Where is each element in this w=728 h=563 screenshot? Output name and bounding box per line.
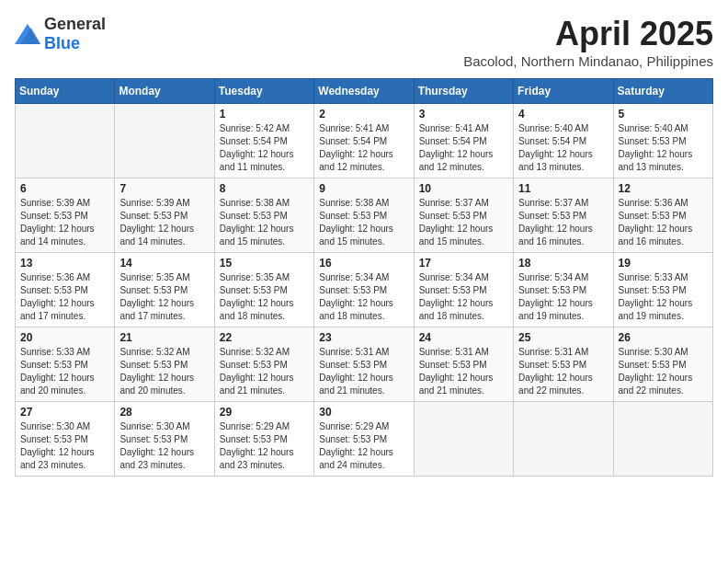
calendar-day-cell: 17Sunrise: 5:34 AM Sunset: 5:53 PM Dayli… xyxy=(414,253,513,327)
day-info: Sunrise: 5:39 AM Sunset: 5:53 PM Dayligh… xyxy=(119,197,209,248)
day-number: 30 xyxy=(319,406,408,419)
day-number: 29 xyxy=(220,406,309,419)
day-number: 1 xyxy=(220,108,309,121)
day-of-week-header: Thursday xyxy=(414,79,513,104)
calendar-day-cell xyxy=(115,104,214,178)
day-info: Sunrise: 5:37 AM Sunset: 5:53 PM Dayligh… xyxy=(419,197,508,248)
day-info: Sunrise: 5:39 AM Sunset: 5:53 PM Dayligh… xyxy=(20,197,109,248)
month-title: April 2025 xyxy=(463,15,713,53)
day-info: Sunrise: 5:37 AM Sunset: 5:53 PM Dayligh… xyxy=(518,197,608,248)
calendar-day-cell: 8Sunrise: 5:38 AM Sunset: 5:53 PM Daylig… xyxy=(214,178,313,253)
calendar-day-cell: 14Sunrise: 5:35 AM Sunset: 5:53 PM Dayli… xyxy=(115,253,214,327)
day-info: Sunrise: 5:35 AM Sunset: 5:53 PM Dayligh… xyxy=(119,271,209,323)
day-info: Sunrise: 5:33 AM Sunset: 5:53 PM Dayligh… xyxy=(619,271,708,323)
logo: General Blue xyxy=(15,15,106,53)
day-number: 13 xyxy=(20,257,109,270)
day-number: 4 xyxy=(518,108,608,121)
calendar-day-cell: 3Sunrise: 5:41 AM Sunset: 5:54 PM Daylig… xyxy=(414,104,513,178)
days-of-week-row: SundayMondayTuesdayWednesdayThursdayFrid… xyxy=(16,79,713,104)
day-number: 18 xyxy=(518,257,608,270)
calendar-day-cell: 13Sunrise: 5:36 AM Sunset: 5:53 PM Dayli… xyxy=(16,253,115,327)
calendar-day-cell xyxy=(414,402,513,477)
day-number: 2 xyxy=(319,108,408,121)
day-info: Sunrise: 5:36 AM Sunset: 5:53 PM Dayligh… xyxy=(619,197,708,248)
day-of-week-header: Tuesday xyxy=(214,79,313,104)
day-info: Sunrise: 5:30 AM Sunset: 5:53 PM Dayligh… xyxy=(619,346,708,397)
calendar-day-cell: 7Sunrise: 5:39 AM Sunset: 5:53 PM Daylig… xyxy=(115,178,214,253)
day-info: Sunrise: 5:31 AM Sunset: 5:53 PM Dayligh… xyxy=(518,346,608,397)
day-number: 25 xyxy=(518,331,608,344)
calendar-table: SundayMondayTuesdayWednesdayThursdayFrid… xyxy=(15,78,713,477)
day-number: 21 xyxy=(119,331,209,344)
day-info: Sunrise: 5:32 AM Sunset: 5:53 PM Dayligh… xyxy=(220,346,309,397)
day-info: Sunrise: 5:30 AM Sunset: 5:53 PM Dayligh… xyxy=(20,420,109,472)
location-title: Bacolod, Northern Mindanao, Philippines xyxy=(463,53,713,69)
day-info: Sunrise: 5:38 AM Sunset: 5:53 PM Dayligh… xyxy=(319,197,408,248)
calendar-week-row: 1Sunrise: 5:42 AM Sunset: 5:54 PM Daylig… xyxy=(16,104,713,178)
calendar-day-cell: 18Sunrise: 5:34 AM Sunset: 5:53 PM Dayli… xyxy=(514,253,613,327)
day-number: 26 xyxy=(619,331,708,344)
calendar-week-row: 6Sunrise: 5:39 AM Sunset: 5:53 PM Daylig… xyxy=(16,178,713,253)
day-number: 27 xyxy=(20,406,109,419)
calendar-day-cell: 29Sunrise: 5:29 AM Sunset: 5:53 PM Dayli… xyxy=(214,402,313,477)
calendar-day-cell: 28Sunrise: 5:30 AM Sunset: 5:53 PM Dayli… xyxy=(115,402,214,477)
day-info: Sunrise: 5:35 AM Sunset: 5:53 PM Dayligh… xyxy=(220,271,309,323)
day-number: 19 xyxy=(619,257,708,270)
day-of-week-header: Saturday xyxy=(613,79,712,104)
logo-icon xyxy=(15,24,40,44)
day-info: Sunrise: 5:36 AM Sunset: 5:53 PM Dayligh… xyxy=(20,271,109,323)
day-info: Sunrise: 5:33 AM Sunset: 5:53 PM Dayligh… xyxy=(20,346,109,397)
calendar-day-cell: 26Sunrise: 5:30 AM Sunset: 5:53 PM Dayli… xyxy=(613,327,712,402)
day-number: 14 xyxy=(119,257,209,270)
day-info: Sunrise: 5:40 AM Sunset: 5:53 PM Dayligh… xyxy=(619,122,708,174)
calendar-day-cell: 22Sunrise: 5:32 AM Sunset: 5:53 PM Dayli… xyxy=(214,327,313,402)
title-area: April 2025 Bacolod, Northern Mindanao, P… xyxy=(463,15,713,69)
calendar-day-cell: 30Sunrise: 5:29 AM Sunset: 5:53 PM Dayli… xyxy=(314,402,414,477)
calendar-week-row: 20Sunrise: 5:33 AM Sunset: 5:53 PM Dayli… xyxy=(16,327,713,402)
day-number: 5 xyxy=(619,108,708,121)
day-number: 10 xyxy=(419,182,508,195)
day-number: 12 xyxy=(619,182,708,195)
calendar-day-cell: 6Sunrise: 5:39 AM Sunset: 5:53 PM Daylig… xyxy=(16,178,115,253)
calendar-header: SundayMondayTuesdayWednesdayThursdayFrid… xyxy=(16,79,713,104)
calendar-day-cell: 9Sunrise: 5:38 AM Sunset: 5:53 PM Daylig… xyxy=(314,178,414,253)
calendar-body: 1Sunrise: 5:42 AM Sunset: 5:54 PM Daylig… xyxy=(16,104,713,477)
day-info: Sunrise: 5:29 AM Sunset: 5:53 PM Dayligh… xyxy=(220,420,309,472)
calendar-day-cell: 5Sunrise: 5:40 AM Sunset: 5:53 PM Daylig… xyxy=(613,104,712,178)
day-info: Sunrise: 5:29 AM Sunset: 5:53 PM Dayligh… xyxy=(319,420,408,472)
calendar-day-cell: 1Sunrise: 5:42 AM Sunset: 5:54 PM Daylig… xyxy=(214,104,313,178)
calendar-day-cell xyxy=(16,104,115,178)
calendar-day-cell: 2Sunrise: 5:41 AM Sunset: 5:54 PM Daylig… xyxy=(314,104,414,178)
calendar-day-cell: 16Sunrise: 5:34 AM Sunset: 5:53 PM Dayli… xyxy=(314,253,414,327)
logo-general: General xyxy=(44,15,106,33)
calendar-day-cell: 11Sunrise: 5:37 AM Sunset: 5:53 PM Dayli… xyxy=(514,178,613,253)
calendar-day-cell: 24Sunrise: 5:31 AM Sunset: 5:53 PM Dayli… xyxy=(414,327,513,402)
calendar-week-row: 13Sunrise: 5:36 AM Sunset: 5:53 PM Dayli… xyxy=(16,253,713,327)
day-number: 8 xyxy=(220,182,309,195)
day-of-week-header: Sunday xyxy=(16,79,115,104)
calendar-day-cell: 15Sunrise: 5:35 AM Sunset: 5:53 PM Dayli… xyxy=(214,253,313,327)
day-number: 20 xyxy=(20,331,109,344)
day-number: 24 xyxy=(419,331,508,344)
day-number: 3 xyxy=(419,108,508,121)
calendar-day-cell: 10Sunrise: 5:37 AM Sunset: 5:53 PM Dayli… xyxy=(414,178,513,253)
day-info: Sunrise: 5:41 AM Sunset: 5:54 PM Dayligh… xyxy=(419,122,508,174)
page-header: General Blue April 2025 Bacolod, Norther… xyxy=(15,15,713,69)
day-number: 17 xyxy=(419,257,508,270)
day-info: Sunrise: 5:34 AM Sunset: 5:53 PM Dayligh… xyxy=(518,271,608,323)
day-of-week-header: Friday xyxy=(514,79,613,104)
calendar-day-cell: 23Sunrise: 5:31 AM Sunset: 5:53 PM Dayli… xyxy=(314,327,414,402)
logo-text: General Blue xyxy=(44,15,106,53)
calendar-day-cell: 25Sunrise: 5:31 AM Sunset: 5:53 PM Dayli… xyxy=(514,327,613,402)
day-info: Sunrise: 5:31 AM Sunset: 5:53 PM Dayligh… xyxy=(319,346,408,397)
day-number: 22 xyxy=(220,331,309,344)
day-info: Sunrise: 5:41 AM Sunset: 5:54 PM Dayligh… xyxy=(319,122,408,174)
calendar-day-cell xyxy=(514,402,613,477)
calendar-day-cell: 4Sunrise: 5:40 AM Sunset: 5:54 PM Daylig… xyxy=(514,104,613,178)
day-number: 11 xyxy=(518,182,608,195)
day-info: Sunrise: 5:42 AM Sunset: 5:54 PM Dayligh… xyxy=(220,122,309,174)
calendar-day-cell: 19Sunrise: 5:33 AM Sunset: 5:53 PM Dayli… xyxy=(613,253,712,327)
day-info: Sunrise: 5:40 AM Sunset: 5:54 PM Dayligh… xyxy=(518,122,608,174)
calendar-day-cell: 20Sunrise: 5:33 AM Sunset: 5:53 PM Dayli… xyxy=(16,327,115,402)
calendar-day-cell: 21Sunrise: 5:32 AM Sunset: 5:53 PM Dayli… xyxy=(115,327,214,402)
